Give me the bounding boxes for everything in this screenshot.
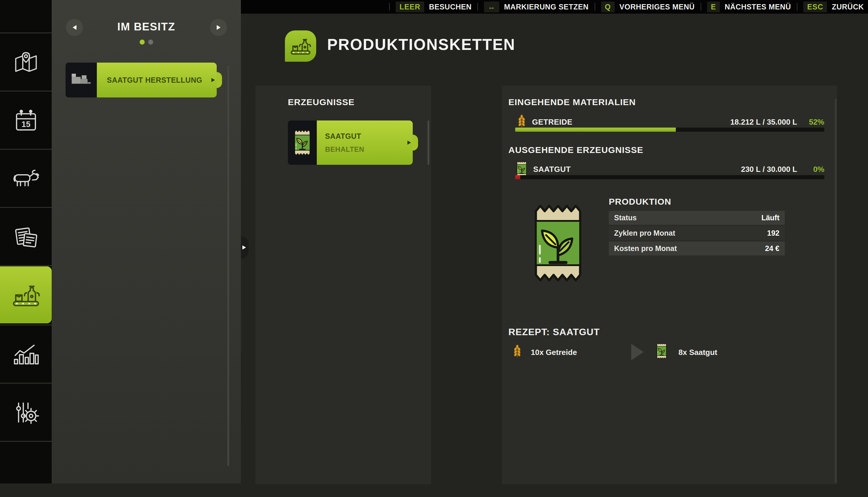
divider [797,3,797,11]
divider [0,149,52,150]
divider [0,383,52,384]
row-value: 192 [767,229,779,238]
left-panel-scrollbar[interactable] [227,66,229,466]
output-name: SAATGUT [533,165,571,174]
statistics-icon [12,343,40,366]
calendar-day: 15 [21,119,30,128]
factory-machine-icon [69,67,94,93]
page-next-button[interactable] [210,19,227,36]
divider [477,3,478,11]
divider [0,32,52,33]
recipe-output: 8x Saatgut [678,348,718,357]
products-header: ERZEUGNISSE [288,97,355,107]
cow-icon [12,168,40,189]
input-name: GETREIDE [532,117,573,127]
row-value: Läuft [762,213,779,222]
input-progress-fill [515,128,676,132]
row-label: Status [614,213,637,222]
production-chains-screen: 15 [0,0,868,497]
production-table: Status Läuft Zyklen pro Monat 192 Kosten… [609,211,785,255]
product-mode: BEHALTEN [325,145,413,154]
table-row: Zyklen pro Monat 192 [609,226,785,240]
seed-packet-icon [293,129,312,157]
seed-packet-icon-large [532,203,584,283]
product-name: SAATGUT [325,132,413,141]
input-percent: 52% [809,117,824,127]
production-header: PRODUKTION [609,197,671,207]
divider [0,441,52,442]
sidebar-item-contracts[interactable] [0,208,52,265]
key-q[interactable]: Q [601,1,615,12]
hint-previous-menu[interactable]: VORHERIGES MENÜ [619,3,695,11]
divider [389,3,390,11]
hint-set-marker[interactable]: MARKIERUNG SETZEN [504,3,589,11]
pager-dot-active[interactable] [140,40,145,45]
key-space[interactable]: LEER [396,1,424,12]
recipe-arrow-icon [631,344,643,360]
table-row: Status Läuft [609,211,785,225]
row-value: 24 € [765,244,779,253]
page-title: PRODUKTIONSKETTEN [327,36,516,54]
production-list-item-saatgut-herstellung[interactable]: SAATGUT HERSTELLUNG [66,62,217,97]
production-name: SAATGUT HERSTELLUNG [107,76,217,84]
arrow-right-icon [242,245,246,250]
settings-icon [12,400,40,425]
key-e[interactable]: E [707,1,720,12]
panel-expander[interactable] [241,236,249,259]
hint-visit[interactable]: BESUCHEN [429,3,472,11]
pager-dot[interactable] [148,40,153,45]
row-label: Kosten pro Monat [614,244,677,253]
owned-productions-panel: IM BESITZ SAATGUT HERSTELLUNG [52,0,241,483]
production-chain-icon [290,37,312,56]
output-progress-fill [515,175,520,179]
products-scrollbar[interactable] [428,120,429,165]
recipe-header: REZEPT: SAATGUT [508,327,600,338]
arrow-right-icon [212,78,215,82]
main-menu-sidebar: 15 [0,0,52,483]
sidebar-item-settings[interactable] [0,384,52,441]
map-icon [12,51,40,74]
seed-packet-icon [656,343,667,359]
divider [595,3,595,11]
sidebar-item-statistics[interactable] [0,326,52,383]
wheat-icon [517,114,527,129]
production-label: SAATGUT HERSTELLUNG [97,62,217,97]
production-chains-header-icon [285,30,316,62]
hint-next-menu[interactable]: NÄCHSTES MENÜ [724,3,791,11]
hint-back[interactable]: ZURÜCK [832,3,864,11]
output-progressbar [515,175,824,179]
divider [0,91,52,91]
divider [0,207,52,208]
pager-dots [52,40,241,45]
production-chain-icon [11,283,41,308]
arrow-right-icon [217,25,220,30]
label-bump [217,72,222,88]
sidebar-item-map[interactable] [0,34,52,91]
divider [0,325,52,325]
product-item-saatgut[interactable]: SAATGUT BEHALTEN [288,120,413,165]
recipe-input: 10x Getreide [531,348,577,357]
arrow-right-icon [407,141,411,145]
wheat-icon [512,344,522,359]
table-row: Kosten pro Monat 24 € [609,242,785,255]
product-label: SAATGUT BEHALTEN [317,120,413,165]
sidebar-item-production-chains[interactable] [0,266,52,323]
output-amount: 230 L / 30.000 L [741,165,797,174]
divider [0,265,52,266]
documents-icon [12,225,40,249]
row-label: Zyklen pro Monat [614,229,675,238]
key-esc[interactable]: ESC [803,1,827,12]
calendar-icon: 15 [12,108,40,132]
sidebar-item-animals[interactable] [0,150,52,207]
outputs-header: AUSGEHENDE ERZEUGNISSE [508,145,643,155]
output-percent: 0% [813,165,824,174]
divider [700,3,701,11]
input-amount: 18.212 L / 35.000 L [730,117,797,127]
details-scrollbar[interactable] [835,99,837,483]
sidebar-item-calendar[interactable]: 15 [0,92,52,149]
key-tab-icon[interactable]: ↔ [484,1,499,12]
production-thumb [66,62,97,97]
input-progressbar [515,128,824,132]
product-thumb [288,120,317,165]
inputs-header: EINGEHENDE MATERIALIEN [508,97,636,107]
